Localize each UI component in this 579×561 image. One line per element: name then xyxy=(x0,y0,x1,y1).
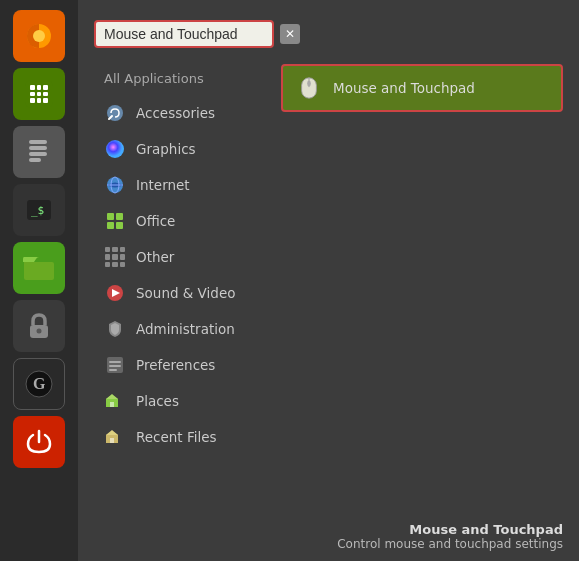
svg-rect-19 xyxy=(107,222,114,229)
category-sound-video[interactable]: Sound & Video xyxy=(94,275,269,311)
other-icon xyxy=(104,246,126,268)
result-mouse-touchpad-label: Mouse and Touchpad xyxy=(333,80,475,96)
mouse-touchpad-result-icon xyxy=(295,74,323,102)
sidebar-icon-grammarly[interactable]: G xyxy=(13,358,65,410)
svg-rect-26 xyxy=(109,369,117,371)
category-list: All Applications Accessories xyxy=(94,64,269,561)
category-places[interactable]: Places xyxy=(94,383,269,419)
files-icon xyxy=(24,137,54,167)
folder-icon xyxy=(22,254,56,282)
category-office[interactable]: Office xyxy=(94,203,269,239)
sidebar-icon-firefox[interactable] xyxy=(13,10,65,62)
category-preferences-label: Preferences xyxy=(136,357,215,373)
search-clear-button[interactable]: ✕ xyxy=(280,24,300,44)
category-places-label: Places xyxy=(136,393,179,409)
search-input[interactable] xyxy=(104,26,244,42)
graphics-icon xyxy=(104,138,126,160)
category-other[interactable]: Other xyxy=(94,239,269,275)
svg-text:_$: _$ xyxy=(31,204,44,217)
category-sound-video-label: Sound & Video xyxy=(136,285,235,301)
status-description: Control mouse and touchpad settings xyxy=(337,537,563,551)
apps-grid-icon xyxy=(25,80,53,108)
sidebar-icon-folder[interactable] xyxy=(13,242,65,294)
svg-rect-27 xyxy=(110,402,114,407)
preferences-icon xyxy=(104,354,126,376)
category-graphics-label: Graphics xyxy=(136,141,196,157)
category-all-label: All Applications xyxy=(104,71,204,86)
category-preferences[interactable]: Preferences xyxy=(94,347,269,383)
svg-point-9 xyxy=(37,329,42,334)
svg-rect-18 xyxy=(116,213,123,220)
places-icon xyxy=(104,390,126,412)
svg-point-13 xyxy=(106,140,124,158)
accessories-icon xyxy=(104,102,126,124)
internet-icon xyxy=(104,174,126,196)
category-internet-label: Internet xyxy=(136,177,190,193)
main-content: ✕ All Applications Accessories xyxy=(78,0,579,561)
category-internet[interactable]: Internet xyxy=(94,167,269,203)
svg-point-31 xyxy=(307,81,311,87)
svg-rect-2 xyxy=(29,140,47,144)
sidebar: _$ G xyxy=(0,0,78,561)
recent-files-icon xyxy=(104,426,126,448)
office-icon xyxy=(104,210,126,232)
search-bar: ✕ xyxy=(94,20,563,48)
svg-rect-17 xyxy=(107,213,114,220)
content-area: All Applications Accessories xyxy=(94,64,563,561)
svg-text:G: G xyxy=(33,375,46,392)
lock-icon xyxy=(25,312,53,340)
svg-rect-24 xyxy=(109,361,121,363)
sidebar-icon-apps[interactable] xyxy=(13,68,65,120)
category-administration-label: Administration xyxy=(136,321,235,337)
terminal-icon: _$ xyxy=(24,195,54,225)
category-all[interactable]: All Applications xyxy=(94,64,269,93)
status-title: Mouse and Touchpad xyxy=(337,522,563,537)
sidebar-icon-lock[interactable] xyxy=(13,300,65,352)
svg-rect-25 xyxy=(109,365,121,367)
category-recent-files[interactable]: Recent Files xyxy=(94,419,269,455)
results-area: Mouse and Touchpad xyxy=(281,64,563,561)
category-accessories[interactable]: Accessories xyxy=(94,95,269,131)
svg-rect-28 xyxy=(110,438,114,443)
grammarly-icon: G xyxy=(24,369,54,399)
category-accessories-label: Accessories xyxy=(136,105,215,121)
category-office-label: Office xyxy=(136,213,175,229)
sidebar-icon-files[interactable] xyxy=(13,126,65,178)
category-other-label: Other xyxy=(136,249,174,265)
svg-rect-5 xyxy=(29,158,41,162)
svg-rect-3 xyxy=(29,146,47,150)
svg-point-1 xyxy=(33,30,45,42)
svg-rect-20 xyxy=(116,222,123,229)
category-recent-files-label: Recent Files xyxy=(136,429,217,445)
category-administration[interactable]: Administration xyxy=(94,311,269,347)
sidebar-icon-terminal[interactable]: _$ xyxy=(13,184,65,236)
sidebar-icon-power[interactable] xyxy=(13,416,65,468)
firefox-icon xyxy=(24,21,54,51)
search-input-wrapper[interactable] xyxy=(94,20,274,48)
sound-video-icon xyxy=(104,282,126,304)
status-bar: Mouse and Touchpad Control mouse and tou… xyxy=(337,522,563,551)
power-icon xyxy=(25,428,53,456)
category-graphics[interactable]: Graphics xyxy=(94,131,269,167)
svg-rect-4 xyxy=(29,152,47,156)
administration-icon xyxy=(104,318,126,340)
result-mouse-touchpad[interactable]: Mouse and Touchpad xyxy=(281,64,563,112)
